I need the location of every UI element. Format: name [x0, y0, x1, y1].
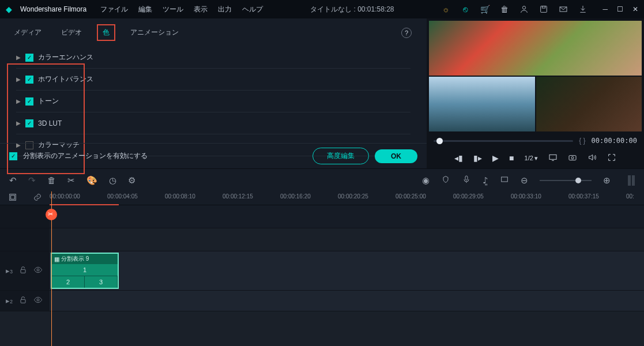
advanced-edit-button[interactable]: 高度編集: [312, 148, 369, 164]
stop-icon[interactable]: ■: [509, 153, 514, 163]
menu-tool[interactable]: ツール: [163, 5, 183, 14]
prop-tone[interactable]: ▶ ✓ トーン: [16, 91, 410, 112]
prop-color-enhance[interactable]: ▶ ✓ カラーエンハンス: [16, 47, 410, 69]
caret-icon[interactable]: ▶: [16, 76, 21, 82]
caret-icon[interactable]: ▶: [16, 98, 21, 104]
support-icon[interactable]: ⎋: [461, 5, 470, 14]
download-icon[interactable]: [578, 5, 587, 14]
preview-scrubber-row: { } 00:00:00:00: [427, 134, 644, 148]
volume-icon[interactable]: [587, 153, 597, 164]
menu-help[interactable]: ヘルプ: [242, 5, 263, 14]
tips-icon[interactable]: ☼: [441, 5, 450, 14]
prop-3dlut[interactable]: ▶ ✓ 3D LUT: [16, 112, 410, 134]
settings-icon[interactable]: ⚙: [128, 175, 135, 186]
undo-icon[interactable]: ↶: [9, 175, 17, 186]
visibility-icon[interactable]: [33, 295, 43, 306]
mail-icon[interactable]: [559, 5, 568, 14]
user-icon[interactable]: [519, 5, 529, 14]
timeline-toggle-icon[interactable]: [628, 175, 635, 186]
track-body[interactable]: [50, 291, 644, 311]
track-video-icon[interactable]: ▸2: [6, 296, 13, 305]
preview-timecode: 00:00:00:00: [592, 137, 637, 145]
cart-icon[interactable]: 🛒: [480, 5, 489, 14]
title-actions: ☼ ⎋ 🛒 🗑: [441, 5, 587, 14]
preview-panel: { } 00:00:00:00 ◂▮ ▮▸ ▶ ■ 1/2 ▾: [427, 18, 644, 168]
checkbox-split-anim[interactable]: ✓: [9, 152, 17, 160]
split-anim-label: 分割表示のアニメーションを有効にする: [23, 151, 148, 161]
caret-icon[interactable]: ▶: [16, 54, 21, 61]
timeline-toolbar: ↶ ↷ 🗑 ✂ 🎨 ◷ ⚙ ◉ ♪͈ ⊖ ⊕: [0, 168, 644, 191]
track-video-3: ▸3 ▦分割表示 9 1 23: [0, 251, 644, 291]
aspect-icon[interactable]: [500, 175, 509, 186]
ok-button[interactable]: OK: [375, 149, 417, 163]
fullscreen-icon[interactable]: [607, 153, 616, 164]
menu-edit[interactable]: 編集: [138, 5, 152, 14]
menu-output[interactable]: 出力: [218, 5, 232, 14]
zoom-in-icon[interactable]: ⊕: [603, 175, 611, 186]
zoom-out-icon[interactable]: ⊖: [521, 175, 528, 186]
preview-controls: ◂▮ ▮▸ ▶ ■ 1/2 ▾: [427, 148, 644, 168]
panel-footer: ✓ 分割表示のアニメーションを有効にする 高度編集 OK: [0, 143, 427, 168]
tab-color[interactable]: 色: [97, 24, 115, 41]
app-logo-icon: ◆: [6, 5, 12, 14]
delete-icon[interactable]: 🗑: [500, 5, 509, 14]
play-icon[interactable]: ▶: [492, 153, 499, 163]
svg-rect-4: [549, 155, 556, 159]
tab-media[interactable]: メディア: [9, 25, 46, 40]
save-icon[interactable]: [539, 5, 548, 14]
svg-rect-11: [21, 269, 25, 273]
checkbox-tone[interactable]: ✓: [25, 97, 33, 106]
trash-icon[interactable]: 🗑: [47, 175, 56, 185]
maximize-icon[interactable]: ☐: [617, 5, 623, 13]
checkbox-white-balance[interactable]: ✓: [25, 76, 33, 84]
palette-icon[interactable]: 🎨: [86, 175, 97, 186]
checkbox-3dlut[interactable]: ✓: [25, 119, 33, 127]
tab-video[interactable]: ビデオ: [57, 25, 86, 40]
range-brackets: { }: [579, 137, 585, 145]
audio-mix-icon[interactable]: ♪͈: [483, 175, 488, 186]
main-menu: ファイル 編集 ツール 表示 出力 ヘルプ: [100, 5, 263, 14]
minimize-icon[interactable]: ─: [602, 5, 608, 13]
menu-file[interactable]: ファイル: [100, 5, 128, 14]
properties-panel: メディア ビデオ 色 アニメーション ? ▶ ✓ カラーエンハンス ▶ ✓ ホワ…: [0, 18, 427, 168]
prev-frame-icon[interactable]: ◂▮: [454, 153, 463, 163]
display-icon[interactable]: [548, 153, 558, 164]
close-icon[interactable]: ✕: [632, 5, 638, 13]
svg-point-0: [523, 6, 526, 9]
checkbox-color-enhance[interactable]: ✓: [25, 54, 33, 62]
track-body[interactable]: ▦分割表示 9 1 23: [50, 251, 644, 290]
menu-view[interactable]: 表示: [194, 5, 208, 14]
stop-back-icon[interactable]: ▮▸: [473, 153, 482, 163]
tab-animation[interactable]: アニメーション: [126, 25, 183, 40]
mic-icon[interactable]: [462, 175, 471, 186]
visibility-icon[interactable]: [33, 265, 43, 276]
caret-icon[interactable]: ▶: [16, 120, 21, 126]
redo-icon[interactable]: ↷: [28, 175, 36, 186]
track-video-icon[interactable]: ▸3: [6, 266, 13, 275]
playback-speed[interactable]: 1/2 ▾: [525, 155, 538, 162]
title-bar: ◆ Wondershare Filmora ファイル 編集 ツール 表示 出力 …: [0, 0, 644, 18]
timeline-ruler[interactable]: 00:00:00:00 00:00:04:05 00:00:08:10 00:0…: [50, 191, 644, 205]
svg-rect-2: [543, 6, 545, 8]
svg-rect-8: [502, 177, 508, 182]
link-icon[interactable]: [33, 193, 42, 204]
track-spacer: [0, 205, 644, 228]
snapshot-icon[interactable]: [568, 153, 577, 164]
clip-split-screen[interactable]: ▦分割表示 9 1 23: [51, 253, 119, 289]
svg-rect-7: [465, 176, 468, 180]
timer-icon[interactable]: ◷: [109, 175, 116, 186]
lock-icon[interactable]: [18, 265, 28, 276]
cut-icon[interactable]: ✂: [67, 175, 75, 186]
lock-icon[interactable]: [18, 295, 28, 306]
zoom-slider[interactable]: [540, 180, 592, 181]
preview-scrubber[interactable]: [434, 140, 573, 142]
prop-white-balance[interactable]: ▶ ✓ ホワイトバランス: [16, 69, 410, 91]
render-icon[interactable]: ◉: [422, 175, 430, 186]
help-icon[interactable]: ?: [401, 28, 412, 38]
marker-icon[interactable]: [441, 175, 450, 186]
playhead[interactable]: [51, 191, 52, 346]
timeline-options-icon[interactable]: [8, 193, 17, 204]
svg-point-14: [37, 299, 39, 301]
svg-rect-5: [569, 155, 576, 160]
preview-viewport[interactable]: [427, 18, 644, 134]
